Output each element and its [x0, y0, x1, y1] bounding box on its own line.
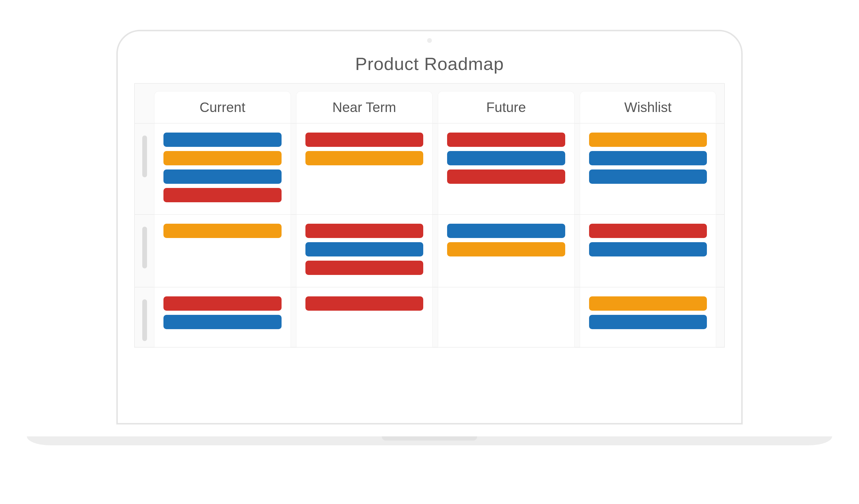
row-cells [154, 124, 724, 214]
card-item[interactable] [305, 151, 423, 165]
drag-handle-icon[interactable] [142, 227, 147, 268]
card-item[interactable] [164, 224, 282, 238]
board-cell[interactable] [154, 124, 290, 214]
card-item[interactable] [447, 151, 565, 165]
board-cell[interactable] [580, 215, 716, 287]
card-item[interactable] [305, 261, 423, 275]
card-item[interactable] [447, 170, 565, 184]
board-cell[interactable] [580, 124, 716, 214]
card-item[interactable] [305, 296, 423, 311]
card-item[interactable] [305, 242, 423, 256]
drag-handle-icon[interactable] [142, 136, 147, 177]
board-cell[interactable] [297, 124, 433, 214]
card-item[interactable] [305, 132, 423, 147]
board-cell[interactable] [297, 287, 433, 347]
screen-bezel: Product Roadmap CurrentNear TermFutureWi… [116, 30, 743, 424]
row-handle-cell [135, 215, 154, 287]
column-header[interactable]: Current [154, 92, 290, 123]
board-cell[interactable] [580, 287, 716, 347]
trackpad-notch [382, 436, 477, 441]
card-item[interactable] [447, 132, 565, 147]
row-cells [154, 215, 724, 287]
row-handle-cell [135, 124, 154, 214]
screen-viewport: Product Roadmap CurrentNear TermFutureWi… [134, 48, 725, 423]
row-handle-cell [135, 287, 154, 347]
roadmap-board: CurrentNear TermFutureWishlist [134, 83, 725, 348]
board-cell[interactable] [438, 124, 574, 214]
column-headers-row: CurrentNear TermFutureWishlist [135, 84, 724, 123]
page-title: Product Roadmap [134, 53, 725, 74]
card-item[interactable] [164, 296, 282, 311]
card-item[interactable] [589, 170, 707, 184]
board-cell[interactable] [297, 215, 433, 287]
board-row [135, 287, 724, 347]
card-item[interactable] [447, 242, 565, 256]
laptop-frame: Product Roadmap CurrentNear TermFutureWi… [116, 30, 743, 424]
board-row [135, 214, 724, 287]
column-header[interactable]: Future [438, 92, 574, 123]
card-item[interactable] [305, 224, 423, 238]
board-cell[interactable] [438, 287, 574, 347]
card-item[interactable] [589, 224, 707, 238]
card-item[interactable] [589, 151, 707, 165]
card-item[interactable] [164, 151, 282, 165]
card-item[interactable] [589, 132, 707, 147]
card-item[interactable] [447, 224, 565, 238]
board-cell[interactable] [438, 215, 574, 287]
card-item[interactable] [589, 296, 707, 311]
card-item[interactable] [589, 315, 707, 329]
board-cell[interactable] [154, 215, 290, 287]
board-cell[interactable] [154, 287, 290, 347]
card-item[interactable] [164, 170, 282, 184]
card-item[interactable] [164, 132, 282, 147]
board-row [135, 123, 724, 214]
card-item[interactable] [589, 242, 707, 256]
laptop-base [27, 436, 832, 445]
row-cells [154, 287, 724, 347]
camera-icon [427, 38, 432, 43]
drag-handle-icon[interactable] [142, 299, 147, 341]
card-item[interactable] [164, 188, 282, 202]
column-header[interactable]: Near Term [297, 92, 433, 123]
board-rows [135, 123, 724, 347]
card-item[interactable] [164, 315, 282, 329]
column-header[interactable]: Wishlist [580, 92, 716, 123]
